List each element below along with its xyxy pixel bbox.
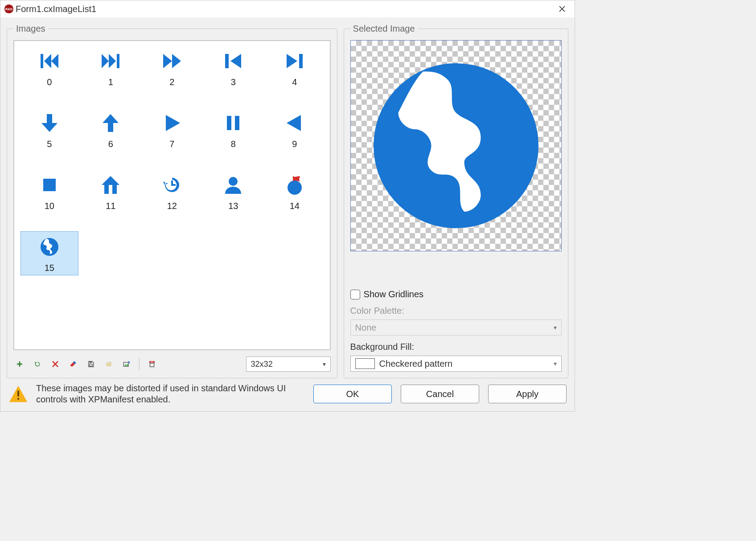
image-thumb-10[interactable]: 10 <box>21 169 78 213</box>
delete-x-icon <box>52 360 59 369</box>
image-list-grid[interactable]: 0123456789101112131415 <box>13 40 331 350</box>
image-index-label: 14 <box>290 201 300 211</box>
add-image-button[interactable] <box>13 358 26 370</box>
stop-icon <box>37 172 62 197</box>
images-group-label: Images <box>13 24 48 34</box>
plus-icon <box>16 359 23 369</box>
titlebar: Form1.cxImageList1 <box>0 0 575 17</box>
color-palette-label: Color Palette: <box>350 306 562 316</box>
warning-text: These images may be distorted if used in… <box>36 383 305 405</box>
image-index-label: 9 <box>292 139 297 149</box>
image-index-label: 0 <box>47 77 52 87</box>
play-left-icon <box>282 111 307 135</box>
image-index-label: 8 <box>231 139 236 149</box>
image-index-label: 1 <box>108 77 113 87</box>
open-button[interactable] <box>103 358 115 370</box>
selected-image-preview <box>350 40 562 251</box>
history-icon <box>160 172 185 197</box>
image-index-label: 5 <box>47 139 52 149</box>
img-badge-icon <box>148 359 156 369</box>
close-button[interactable] <box>553 2 571 16</box>
image-index-label: 4 <box>292 77 297 87</box>
globe-icon <box>357 47 555 245</box>
warning-icon <box>8 383 28 405</box>
toolbar-separator <box>139 358 140 370</box>
preview-options: Show Gridlines Color Palette: None Backg… <box>350 267 562 372</box>
image-thumb-13[interactable]: 13 <box>204 169 262 213</box>
background-fill-swatch <box>355 358 375 369</box>
image-index-label: 11 <box>106 201 115 211</box>
play-icon <box>160 111 185 135</box>
cancel-button-label: Cancel <box>426 389 454 399</box>
arrow-up-icon <box>98 111 123 135</box>
export-picture-button[interactable] <box>120 358 133 370</box>
image-thumb-9[interactable]: 9 <box>266 107 324 152</box>
image-index-label: 12 <box>167 201 177 211</box>
show-gridlines-checkbox[interactable]: Show Gridlines <box>350 289 562 299</box>
checkbox-box-icon <box>350 290 360 299</box>
image-thumb-1[interactable]: 1 <box>82 45 140 90</box>
image-thumb-15[interactable]: 15 <box>21 231 78 275</box>
fast-forward-end-icon <box>98 49 123 74</box>
background-fill-label: Background Fill: <box>350 342 562 352</box>
footer-buttons: OK Cancel Apply <box>313 385 567 403</box>
dialog-body: Images 0123456789101112131415 <box>0 17 575 378</box>
eraser-icon <box>70 359 77 369</box>
image-index-label: 2 <box>169 77 174 87</box>
rewind-start-icon <box>37 49 62 74</box>
image-thumb-4[interactable]: 4 <box>266 45 324 90</box>
images-group: Images 0123456789101112131415 <box>7 24 337 378</box>
image-thumb-8[interactable]: 8 <box>204 107 262 152</box>
image-thumb-7[interactable]: 7 <box>143 107 201 152</box>
prev-track-icon <box>221 49 246 74</box>
ok-button-label: OK <box>346 389 359 399</box>
image-thumb-0[interactable]: 0 <box>21 45 78 90</box>
image-index-label: 13 <box>228 201 238 211</box>
show-gridlines-label: Show Gridlines <box>364 289 424 299</box>
image-thumb-14[interactable]: 14 <box>266 169 324 213</box>
image-index-label: 3 <box>231 77 236 87</box>
save-button[interactable] <box>85 358 97 370</box>
cancel-button[interactable]: Cancel <box>401 385 479 403</box>
dialog-footer: These images may be distorted if used in… <box>0 378 575 411</box>
delete-button[interactable] <box>49 358 62 370</box>
flag-circle-icon <box>282 172 307 197</box>
arrow-down-icon <box>37 111 62 135</box>
next-track-icon <box>282 49 307 74</box>
background-fill-select[interactable]: Checkered pattern <box>350 356 562 372</box>
image-index-label: 10 <box>45 201 54 211</box>
selected-image-label: Selected Image <box>350 24 418 34</box>
app-icon <box>4 4 14 14</box>
image-thumb-5[interactable]: 5 <box>21 107 78 152</box>
apply-button[interactable]: Apply <box>488 385 567 403</box>
image-thumb-6[interactable]: 6 <box>82 107 140 152</box>
color-palette-value: None <box>355 323 377 333</box>
fast-forward-icon <box>160 49 185 74</box>
color-palette-select: None <box>350 320 562 336</box>
image-thumb-2[interactable]: 2 <box>143 45 201 90</box>
erase-button[interactable] <box>67 358 79 370</box>
images-toolbar: 32x32 <box>13 350 331 372</box>
selected-image-group: Selected Image Show Gridlines Color Pale… <box>344 24 568 378</box>
image-format-button[interactable] <box>146 358 158 370</box>
image-size-value: 32x32 <box>251 360 273 369</box>
globe-icon <box>37 234 62 259</box>
image-thumb-11[interactable]: 11 <box>82 169 140 213</box>
image-thumb-3[interactable]: 3 <box>204 45 262 90</box>
image-index-label: 15 <box>45 263 54 273</box>
home-icon <box>98 172 123 197</box>
pause-icon <box>221 111 246 135</box>
image-size-select[interactable]: 32x32 <box>246 357 331 372</box>
user-icon <box>221 172 246 197</box>
apply-button-label: Apply <box>516 389 538 399</box>
picture-export-icon <box>123 359 130 369</box>
refresh-button[interactable] <box>31 358 44 370</box>
image-thumb-12[interactable]: 12 <box>143 169 201 213</box>
imagelist-editor-dialog: Form1.cxImageList1 Images 01234567891011… <box>0 0 575 412</box>
window-title: Form1.cxImageList1 <box>16 4 96 14</box>
background-fill-value: Checkered pattern <box>379 359 453 369</box>
ok-button[interactable]: OK <box>313 385 392 403</box>
refresh-icon <box>34 359 41 369</box>
image-index-label: 7 <box>169 139 174 149</box>
folder-open-icon <box>105 359 112 369</box>
